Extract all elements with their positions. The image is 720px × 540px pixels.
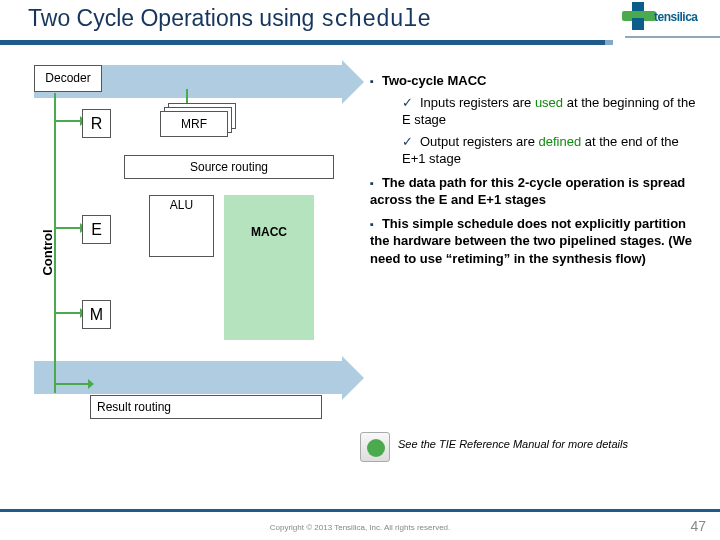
title-text: Two Cycle Operations using xyxy=(28,5,321,31)
footer-rule xyxy=(0,509,720,512)
title-underline xyxy=(0,40,605,45)
logo-underline xyxy=(625,36,720,38)
logo: tensilica xyxy=(624,2,706,36)
reference-text: See the TIE Reference Manual for more de… xyxy=(398,438,628,450)
logo-text: tensilica xyxy=(654,10,698,24)
decoder-box: Decoder xyxy=(34,65,102,92)
result-routing-box: Result routing xyxy=(90,395,322,419)
page-title: Two Cycle Operations using schedule xyxy=(28,5,431,33)
bullet-list: Two-cycle MACC Inputs registers are used… xyxy=(370,72,702,273)
stage-e: E xyxy=(82,215,111,244)
macc-box: MACC xyxy=(224,195,314,340)
page-number: 47 xyxy=(690,518,706,534)
control-label: Control xyxy=(40,229,55,275)
source-routing-box: Source routing xyxy=(124,155,334,179)
book-icon xyxy=(360,432,390,462)
logo-mark-icon xyxy=(624,2,654,32)
alu-box: ALU xyxy=(149,195,214,257)
pipeline-diagram: Decoder Control R MRF Source routing E M… xyxy=(34,65,344,435)
title-code: schedule xyxy=(321,7,431,33)
bullet-2: The data path for this 2-cycle operation… xyxy=(370,174,702,209)
bullet-1a: Inputs registers are used at the beginni… xyxy=(402,94,702,129)
slide: { "title_a": "Two Cycle Operations using… xyxy=(0,0,720,540)
copyright-text: Copyright © 2013 Tensilica, Inc. All rig… xyxy=(0,523,720,532)
bullet-1: Two-cycle MACC Inputs registers are used… xyxy=(370,72,702,168)
arrow-band-bottom-icon xyxy=(34,361,344,394)
stage-r: R xyxy=(82,109,111,138)
mrf-arrow-icon xyxy=(186,89,188,103)
header: Two Cycle Operations using schedule tens… xyxy=(0,0,720,50)
stage-m: M xyxy=(82,300,111,329)
mrf-box: MRF xyxy=(160,111,228,137)
bullet-1b: Output registers are defined at the end … xyxy=(402,133,702,168)
bullet-3: This simple schedule does not explicitly… xyxy=(370,215,702,268)
mrf-stack: MRF xyxy=(160,103,238,139)
